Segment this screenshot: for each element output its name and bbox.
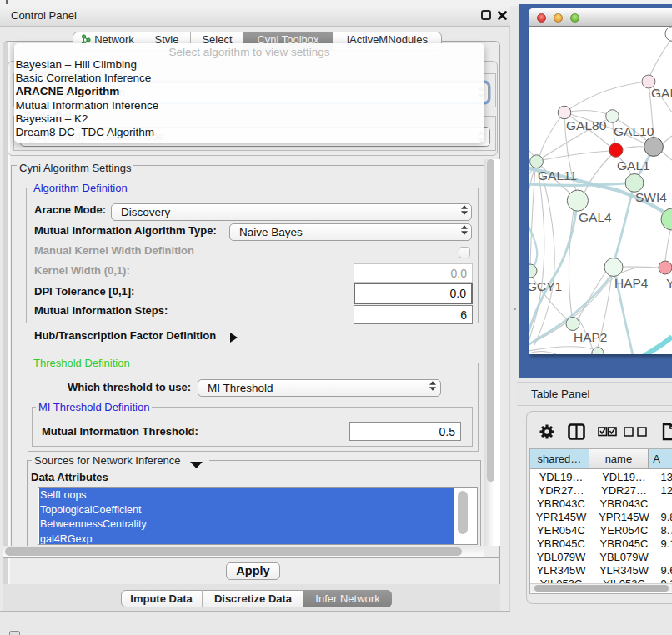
svg-text:GAL4: GAL4 — [579, 210, 612, 224]
svg-text:GAL1: GAL1 — [617, 158, 650, 172]
svg-text:HAP4: HAP4 — [614, 276, 649, 290]
svg-text:HAP2: HAP2 — [574, 330, 608, 344]
svg-text:GAL10: GAL10 — [614, 124, 654, 138]
svg-text:GAL2: GAL2 — [651, 86, 672, 100]
svg-text:GAL11: GAL11 — [538, 168, 577, 182]
svg-text:GAL80: GAL80 — [566, 118, 607, 132]
svg-text:YD: YD — [666, 276, 672, 290]
svg-text:GCY1: GCY1 — [529, 279, 562, 293]
svg-text:SWI4: SWI4 — [635, 190, 667, 204]
